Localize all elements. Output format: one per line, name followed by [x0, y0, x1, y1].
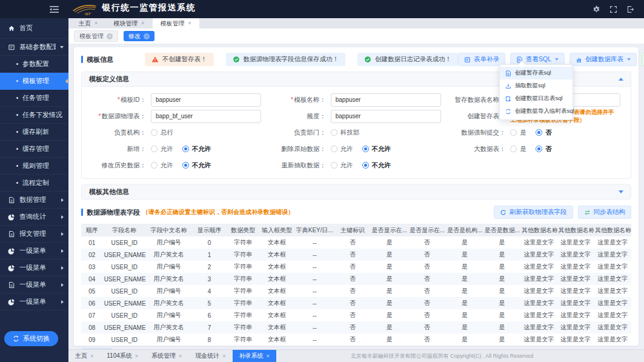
tab-home[interactable]: 主页× [71, 18, 105, 28]
table-cell: 1 [192, 249, 227, 261]
warning-icon [151, 56, 159, 63]
sidebar-item-cache-refresh[interactable]: 缓存刷新 [0, 124, 68, 141]
close-tab-icon[interactable]: × [135, 354, 138, 359]
re-extract-option[interactable]: 允许 [331, 161, 353, 170]
sidebar-item-process-custom[interactable]: 流程定制 [0, 175, 68, 192]
home-icon [8, 25, 15, 32]
bottom-tab-system-1104[interactable]: 1104系统× [100, 350, 145, 362]
system-switch-button[interactable]: 系统切换 [4, 331, 58, 346]
menu-item-extract-data-sql[interactable]: 抽取数据sql [500, 79, 573, 92]
create-db-table-button[interactable]: 创建数据库表 [569, 53, 637, 66]
frequency-input[interactable] [331, 110, 441, 123]
force-submit-option[interactable]: 是 [510, 129, 526, 137]
close-tab-icon[interactable]: × [95, 21, 98, 26]
app-title: 银行统一监管报送系统 [102, 2, 196, 16]
close-chip-icon[interactable]: × [144, 33, 150, 39]
responsible-dept-option[interactable]: 科技部 [331, 129, 360, 137]
sidebar-item-menu-3[interactable]: 一级菜单 [0, 277, 68, 293]
form-field-re-extract: 重新抽取数据：允许不允许 [262, 157, 442, 173]
breadcrumb-chip-edit[interactable]: 修改× [124, 31, 154, 41]
allow-delete-raw-option[interactable]: 不允许 [362, 145, 391, 153]
sidebar-item-menu-4[interactable]: 一级菜单 [0, 293, 68, 310]
tab-label: 模块管理 [113, 19, 138, 28]
close-tab-icon[interactable]: × [179, 354, 182, 359]
allow-add-option[interactable]: 允许 [151, 145, 173, 153]
sidebar-item-param-config[interactable]: 参数配置 [0, 56, 68, 73]
close-tab-icon[interactable]: × [90, 354, 93, 359]
sidebar-item-base-params[interactable]: 基础参数配置 [0, 39, 68, 56]
collapse-sidebar-icon[interactable] [49, 5, 59, 13]
sidebar-item-task-dispatch[interactable]: 任务下发情况 [0, 107, 68, 124]
bottom-tab-supplement-system[interactable]: 补录系统× [233, 350, 276, 362]
sidebar-item-home[interactable]: 首页 [0, 18, 68, 39]
table-row[interactable]: 05USER_ID用户编号4字符串文本框--否是否是是这里是文字这里是文字这里是… [81, 285, 631, 297]
close-tab-icon[interactable]: × [188, 21, 191, 26]
big-data-table-option[interactable]: 否 [536, 145, 552, 153]
sync-structure-button[interactable]: 同步表结构 [578, 206, 632, 219]
table-cell: 否 [408, 297, 446, 309]
source-physical-table-input[interactable] [151, 110, 261, 123]
close-tab-icon[interactable]: × [222, 354, 225, 359]
bottom-tab-home[interactable]: 主页× [68, 350, 100, 362]
sidebar-item-rule-mgmt[interactable]: 规则管理 [0, 158, 68, 175]
radio-icon [151, 129, 158, 136]
sidebar-item-template-mgmt[interactable]: 模板管理 [0, 73, 68, 90]
table-cell: 这里是文字 [520, 273, 557, 285]
bullet-icon [16, 114, 18, 116]
table-row[interactable]: 07USER_ID用户编号6字符串文本框--否是否是是这里是文字这里是文字这里是… [81, 309, 631, 321]
menu-item-create-stash-table-sql[interactable]: 创建暂存表sql [500, 67, 573, 79]
tab-template-mgmt[interactable]: 模板管理× [153, 18, 199, 28]
collapse-up-icon[interactable] [619, 78, 623, 81]
save-button[interactable]: 保存 [642, 53, 644, 66]
table-cell: 是 [483, 261, 520, 273]
refresh-fields-button[interactable]: 刷新获取物理表字段 [494, 206, 573, 219]
re-extract-option[interactable]: 不允许 [362, 161, 391, 170]
close-chip-icon[interactable]: × [107, 33, 113, 39]
menu-item-create-data-log-table-sql[interactable]: 创建数据日志表sql [500, 92, 573, 105]
sidebar-item-message-mgmt[interactable]: 报文管理 [0, 226, 68, 243]
table-row[interactable]: 04USER_ENAME用户英文名3字符串文本框--否是否是是这里是文字这里是文… [81, 273, 631, 285]
sidebar-item-task-mgmt[interactable]: 任务管理 [0, 90, 68, 107]
bottom-tab-system-mgmt[interactable]: 系统管理× [145, 350, 188, 362]
table-cell: USER_ENAME [103, 273, 146, 285]
table-row[interactable]: 08USER_ENAME用户英文名7字符串文本框--否是否是是这里是文字这里是文… [81, 321, 631, 334]
tab-module-mgmt[interactable]: 模块管理× [105, 18, 152, 28]
modify-history-option[interactable]: 允许 [151, 161, 173, 170]
collapse-down-icon[interactable] [619, 190, 623, 193]
template-name-input[interactable] [331, 93, 441, 107]
menu-item-create-import-temp-table-sql[interactable]: 创建数据导入临时表sql [500, 105, 573, 118]
field-label: 重新抽取数据： [262, 161, 331, 170]
table-row[interactable]: 01USER_ID用户编号0字符串文本框--否是否是是这里是文字这里是文字这里是… [81, 236, 631, 249]
sidebar-item-data-mgmt[interactable]: 数据管理 [0, 192, 68, 209]
sidebar-item-query-stats[interactable]: 查询统计 [0, 209, 68, 226]
fullscreen-icon[interactable] [609, 5, 617, 13]
responsible-org-option[interactable]: 总行 [151, 129, 173, 137]
sidebar-item-menu-2[interactable]: 一级菜单 [0, 260, 68, 277]
close-tab-icon[interactable]: × [267, 354, 270, 359]
bottom-tab-cash-stats[interactable]: 现金统计× [188, 350, 232, 362]
force-submit-option[interactable]: 否 [536, 129, 552, 137]
table-row[interactable]: 03USER_ID用户编号2字符串文本框--否是否是是这里是文字这里是文字这里是… [81, 261, 631, 273]
logout-icon[interactable] [626, 5, 634, 13]
title-accent-bar [81, 209, 83, 216]
table-cell: 3 [192, 273, 227, 285]
big-data-table-option[interactable]: 是 [510, 145, 526, 153]
table-cell: 8 [192, 334, 227, 346]
table-row[interactable]: 06USER_ENAME用户英文名5字符串文本框--否是否是是这里是文字这里是文… [81, 297, 631, 309]
settings-gear-icon[interactable] [593, 5, 600, 13]
allow-add-option[interactable]: 不允许 [182, 145, 211, 153]
table-row[interactable]: 09USER_ID用户编号8字符串文本框--否是否是是这里是文字这里是文字这里是… [81, 334, 631, 346]
chevron-right-icon [61, 232, 64, 236]
table-cell: -- [294, 261, 335, 273]
allow-delete-raw-option[interactable]: 允许 [331, 145, 353, 153]
breadcrumb-chip-template-mgmt[interactable]: 模板管理× [74, 30, 118, 42]
table-cell: USER_ID [103, 334, 146, 346]
table-cell: 这里是文字 [594, 334, 631, 346]
sidebar-item-cache-mgmt[interactable]: 缓存管理 [0, 141, 68, 158]
table-row[interactable]: 02USER_ENAME用户英文名1字符串文本框--否是否是是这里是文字这里是文… [81, 249, 631, 261]
template-id-input[interactable] [151, 93, 261, 107]
close-tab-icon[interactable]: × [141, 21, 144, 26]
modify-history-option[interactable]: 不允许 [182, 161, 211, 170]
sidebar-item-menu-1[interactable]: 一级菜单 [0, 243, 68, 260]
form-supplement-button[interactable]: 表单补录 [458, 53, 505, 66]
